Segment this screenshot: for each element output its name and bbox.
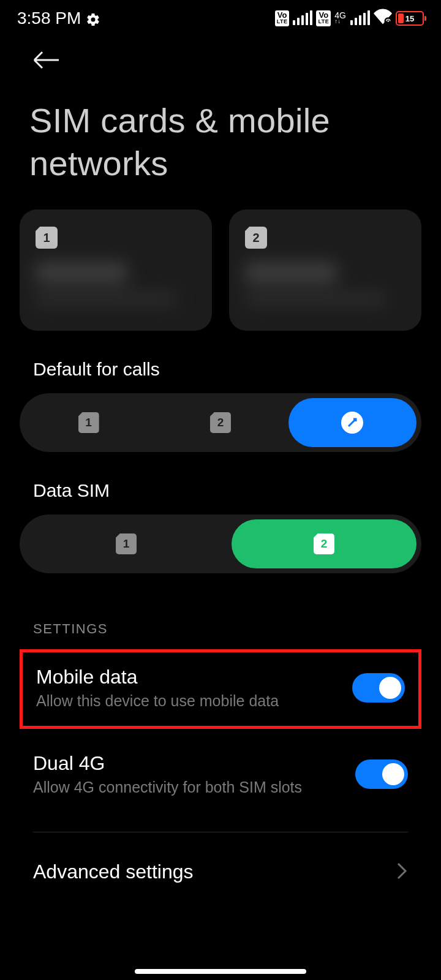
svg-point-1 xyxy=(388,20,390,22)
section-default-calls: Default for calls xyxy=(0,331,441,393)
sim-chip-icon: 1 xyxy=(116,533,137,554)
not-set-icon xyxy=(341,412,363,434)
mobile-data-sub: Allow this device to use mobile data xyxy=(36,692,279,710)
advanced-settings-row[interactable]: Advanced settings xyxy=(0,842,441,902)
calls-option-ask[interactable] xyxy=(288,398,417,447)
default-calls-selector: 1 2 xyxy=(20,393,421,452)
volte-icon-1: VoLTE xyxy=(275,10,290,26)
home-indicator[interactable] xyxy=(135,969,306,974)
data-option-sim2[interactable]: 2 xyxy=(232,519,417,568)
status-time: 3:58 PM xyxy=(17,9,81,28)
calls-option-sim2[interactable]: 2 xyxy=(156,398,284,447)
dual-4g-title: Dual 4G xyxy=(33,752,302,775)
sim-chip-icon: 2 xyxy=(245,227,267,249)
sim-card-2-details xyxy=(245,262,405,306)
mobile-data-title: Mobile data xyxy=(36,666,279,688)
highlight-box: Mobile data Allow this device to use mob… xyxy=(20,649,421,729)
calls-option-sim1[interactable]: 1 xyxy=(24,398,153,447)
sim-chip-icon: 1 xyxy=(36,227,58,249)
sim-card-2[interactable]: 2 xyxy=(229,209,421,331)
volte-icon-2: VoLTE xyxy=(316,10,331,26)
network-4g-label: 4G↑↓ xyxy=(334,12,346,24)
battery-icon: 15 xyxy=(396,11,424,26)
mobile-data-row[interactable]: Mobile data Allow this device to use mob… xyxy=(36,666,405,710)
section-data-sim: Data SIM xyxy=(0,452,441,514)
battery-level: 15 xyxy=(397,12,423,24)
mobile-data-toggle[interactable] xyxy=(352,673,405,703)
divider xyxy=(33,832,408,832)
status-bar: 3:58 PM VoLTE VoLTE 4G↑↓ 15 xyxy=(0,0,441,37)
gear-icon xyxy=(86,9,100,28)
sim-card-1-details xyxy=(36,262,196,306)
data-sim-selector: 1 2 xyxy=(20,514,421,573)
advanced-settings-label: Advanced settings xyxy=(33,861,194,883)
dual-4g-toggle[interactable] xyxy=(355,760,408,789)
sim-cards-row: 1 2 xyxy=(0,209,441,331)
sim-chip-icon: 2 xyxy=(210,412,231,433)
sim-chip-icon: 2 xyxy=(314,533,334,554)
signal-bars-icon-2 xyxy=(350,12,370,25)
page-title: SIM cards & mobile networks xyxy=(0,81,441,209)
dual-4g-sub: Allow 4G connectivity for both SIM slots xyxy=(33,778,302,796)
sim-card-1[interactable]: 1 xyxy=(20,209,212,331)
wifi-icon xyxy=(374,9,392,29)
dual-4g-row[interactable]: Dual 4G Allow 4G connectivity for both S… xyxy=(0,735,441,813)
signal-bars-icon-1 xyxy=(293,12,312,25)
settings-section-header: SETTINGS xyxy=(0,573,441,641)
data-option-sim1[interactable]: 1 xyxy=(24,519,228,568)
sim-chip-icon: 1 xyxy=(78,412,99,433)
chevron-right-icon xyxy=(396,861,408,883)
back-button[interactable] xyxy=(29,64,61,74)
